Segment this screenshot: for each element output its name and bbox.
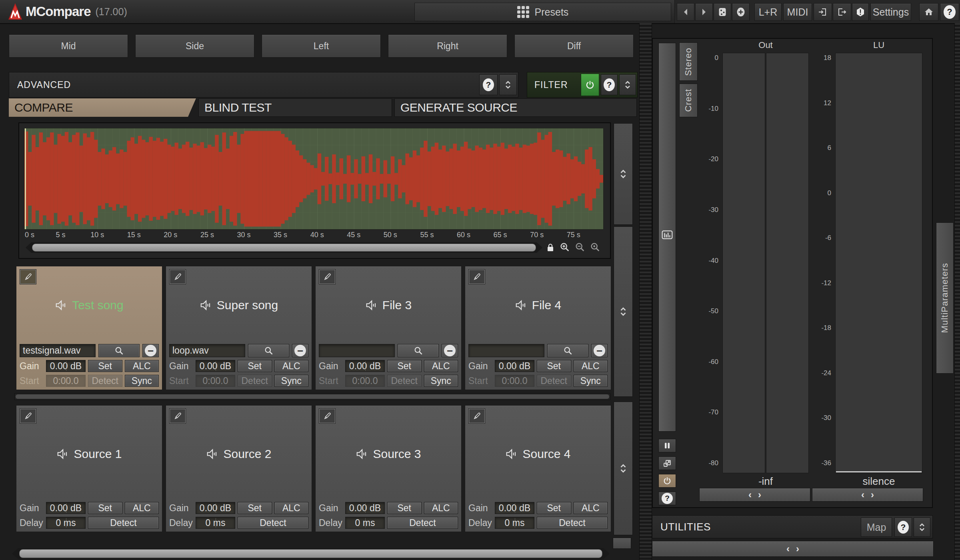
channel-button-right[interactable]: Right [388, 34, 507, 58]
sync-button[interactable]: Sync [574, 375, 608, 387]
waveform-scrollbar[interactable] [26, 242, 542, 253]
filename-field[interactable]: testsignal.wav [20, 344, 96, 357]
remove-file-button[interactable]: − [142, 344, 159, 357]
utilities-slider[interactable]: ‹› [652, 541, 934, 557]
zoom-in-button[interactable] [558, 242, 571, 253]
source-slot-3[interactable]: Source 3 Gain 0.00 dB Set ALC Delay 0 ms… [315, 405, 462, 532]
advanced-help-button[interactable]: ? [479, 74, 498, 95]
utilities-help-button[interactable]: ? [894, 518, 912, 537]
alc-button[interactable]: ALC [125, 360, 159, 372]
browse-file-button[interactable] [547, 344, 588, 357]
filter-help-button[interactable]: ? [601, 74, 618, 95]
set-button[interactable]: Set [88, 360, 122, 372]
set-button[interactable]: Set [238, 360, 272, 372]
zoom-reset-button[interactable] [589, 242, 602, 253]
source-slot-4[interactable]: Source 4 Gain 0.00 dB Set ALC Delay 0 ms… [465, 405, 611, 532]
edit-button[interactable] [469, 409, 485, 423]
advanced-panel-bar[interactable]: ADVANCED [9, 72, 518, 98]
alc-button[interactable]: ALC [274, 502, 309, 514]
set-button[interactable]: Set [387, 360, 422, 372]
detect-button[interactable]: Detect [537, 517, 608, 529]
utilities-collapse-button[interactable] [914, 518, 930, 537]
filename-field[interactable] [468, 344, 544, 357]
edit-button[interactable] [319, 270, 335, 284]
slot-title-area[interactable]: Source 2 [166, 406, 312, 502]
start-field[interactable]: 0:00.0 [46, 375, 86, 387]
slot-title-area[interactable]: File 4 [465, 266, 611, 344]
zoom-out-button[interactable] [574, 242, 586, 253]
source-slot-2[interactable]: Source 2 Gain 0.00 dB Set ALC Delay 0 ms… [166, 405, 312, 532]
filter-power-button[interactable] [581, 74, 599, 96]
out-meter-range-slider[interactable]: ‹› [699, 488, 810, 502]
main-horizontal-scrollbar[interactable] [12, 548, 610, 559]
channel-button-mid[interactable]: Mid [9, 34, 128, 58]
out-meter-bar-left[interactable] [722, 53, 765, 473]
source-slots-resize-handle[interactable] [614, 402, 633, 535]
meter-help-button[interactable]: ? [658, 492, 676, 505]
waveform-resize-handle[interactable] [614, 123, 633, 225]
channel-button-side[interactable]: Side [135, 34, 254, 58]
meter-popup-button[interactable] [658, 456, 676, 470]
gain-field[interactable]: 0.00 dB [196, 502, 235, 514]
gain-field[interactable]: 0.00 dB [196, 360, 235, 372]
meter-enable-button[interactable] [658, 474, 676, 488]
alc-button[interactable]: ALC [125, 502, 159, 514]
detect-button[interactable]: Detect [88, 517, 159, 529]
edit-button[interactable] [170, 409, 186, 423]
slot-title-area[interactable]: Source 4 [465, 406, 611, 502]
map-button[interactable]: Map [861, 518, 892, 537]
melda-logo-icon[interactable] [8, 3, 22, 20]
edit-button[interactable] [20, 409, 36, 423]
detect-button[interactable]: Detect [537, 375, 571, 387]
slot-title-area[interactable]: Source 1 [16, 406, 162, 502]
presets-button[interactable]: Presets [414, 3, 671, 21]
midi-button[interactable]: MIDI [783, 3, 812, 21]
filename-field[interactable]: loop.wav [169, 344, 245, 357]
filename-field[interactable] [319, 344, 395, 357]
detect-button[interactable]: Detect [88, 375, 122, 387]
detect-button[interactable]: Detect [238, 517, 308, 529]
slot-title-area[interactable]: Test song [16, 266, 162, 344]
delay-field[interactable]: 0 ms [46, 517, 86, 529]
tab-blind-test[interactable]: BLIND TEST [198, 98, 392, 117]
previous-preset-button[interactable] [677, 3, 694, 21]
slot-title-area[interactable]: Source 3 [316, 406, 461, 502]
edit-button[interactable] [170, 270, 186, 284]
remove-file-button[interactable]: − [292, 344, 308, 357]
file-slots-scrollbar-thumb[interactable] [16, 394, 609, 399]
lock-zoom-button[interactable] [545, 242, 556, 253]
detect-button[interactable]: Detect [387, 517, 458, 529]
gain-field[interactable]: 0.00 dB [46, 360, 86, 372]
set-button[interactable]: Set [88, 502, 122, 514]
tab-generate-source[interactable]: GENERATE SOURCE [394, 98, 637, 117]
sync-button[interactable]: Sync [424, 375, 458, 387]
import-settings-button[interactable] [814, 3, 832, 21]
gain-field[interactable]: 0.00 dB [495, 502, 534, 514]
file-slots-resize-handle[interactable] [614, 226, 633, 397]
lu-meter-bar[interactable] [835, 53, 922, 473]
source-slot-1[interactable]: Source 1 Gain 0.00 dB Set ALC Delay 0 ms… [16, 405, 162, 532]
detect-button[interactable]: Detect [387, 375, 422, 387]
edit-button[interactable] [469, 270, 485, 284]
lu-meter-range-slider[interactable]: ‹› [812, 488, 923, 502]
edit-button[interactable] [20, 270, 36, 284]
waveform-display[interactable] [24, 128, 604, 230]
file-slot-3[interactable]: File 3 − Gain 0.00 dB Set ALC Start 0:00… [315, 266, 462, 390]
detect-button[interactable]: Detect [238, 375, 272, 387]
home-button[interactable] [919, 3, 938, 21]
filter-collapse-button[interactable] [619, 74, 636, 95]
start-field[interactable]: 0:00.0 [345, 375, 385, 387]
slot-title-area[interactable]: File 3 [316, 266, 461, 344]
tab-multiparameters[interactable]: MultiParameters [936, 222, 954, 374]
meter-pause-button[interactable] [658, 439, 676, 452]
channel-mode-button[interactable]: L+R [754, 3, 782, 21]
set-button[interactable]: Set [238, 502, 272, 514]
delay-field[interactable]: 0 ms [495, 517, 534, 529]
file-slot-1[interactable]: Test song testsignal.wav − Gain 0.00 dB … [16, 266, 162, 390]
set-button[interactable]: Set [537, 360, 571, 372]
remove-file-button[interactable]: − [442, 344, 458, 357]
alc-button[interactable]: ALC [424, 360, 458, 372]
browse-file-button[interactable] [248, 344, 289, 357]
next-preset-button[interactable] [695, 3, 713, 21]
file-slot-2[interactable]: Super song loop.wav − Gain 0.00 dB Set A… [166, 266, 312, 390]
